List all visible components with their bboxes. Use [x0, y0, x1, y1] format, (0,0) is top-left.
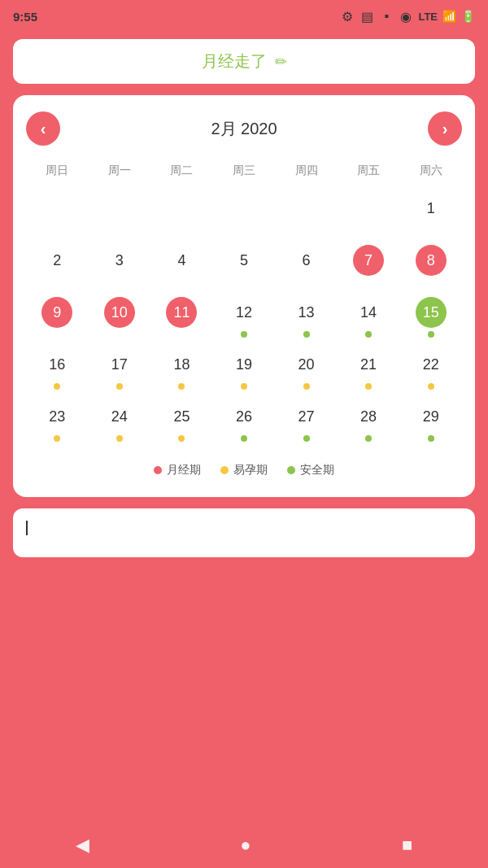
day-cell-17[interactable]: 17	[89, 344, 151, 395]
day-number-9: 9	[41, 297, 72, 328]
day-cell-22[interactable]: 22	[399, 344, 462, 395]
empty-cell-4	[275, 188, 338, 238]
day-dot-14	[365, 331, 372, 338]
day-cell-27[interactable]: 27	[275, 396, 338, 447]
home-button[interactable]: ●	[240, 835, 251, 856]
day-cell-20[interactable]: 20	[275, 344, 338, 395]
day-dot-12	[241, 331, 247, 338]
title-bar: 月经走了 ✏	[13, 39, 475, 84]
status-bar: 9:55 ⚙ ▤ ▪ ◉ LTE 📶 🔋	[0, 0, 488, 33]
weekday-thu: 周四	[275, 160, 338, 181]
day-dot-28	[365, 435, 372, 442]
time-display: 9:55	[13, 10, 37, 24]
day-dot-24	[116, 435, 123, 442]
status-icons: ⚙ ▤ ▪ ◉ LTE 📶 🔋	[340, 9, 475, 24]
day-cell-26[interactable]: 26	[213, 396, 276, 447]
day-number-18: 18	[166, 349, 197, 380]
day-cell-14[interactable]: 14	[338, 292, 400, 342]
day-number-19: 19	[229, 349, 259, 380]
notes-area[interactable]	[13, 508, 475, 557]
day-cell-3[interactable]: 3	[89, 240, 151, 290]
day-cell-21[interactable]: 21	[338, 344, 400, 395]
legend-safe: 安全期	[287, 463, 334, 478]
day-cell-19[interactable]: 19	[213, 344, 276, 395]
day-cell-23[interactable]: 23	[26, 396, 89, 447]
day-dot-16	[54, 383, 60, 390]
day-dot-19	[241, 383, 247, 390]
day-cell-11[interactable]: 11	[150, 292, 213, 342]
edit-icon[interactable]: ✏	[275, 53, 287, 71]
day-number-28: 28	[353, 401, 384, 432]
day-cell-6[interactable]: 6	[275, 240, 338, 290]
weekday-sat: 周六	[399, 160, 462, 181]
empty-cell-2	[150, 188, 213, 238]
day-number-29: 29	[416, 401, 447, 432]
day-number-1: 1	[416, 193, 447, 224]
recent-apps-button[interactable]: ■	[402, 835, 412, 856]
sim-icon: ▤	[359, 9, 374, 24]
day-number-13: 13	[291, 297, 322, 328]
prev-month-button[interactable]: ‹	[26, 111, 60, 146]
network-label: LTE	[418, 11, 438, 23]
legend-safe-label: 安全期	[300, 463, 334, 478]
day-cell-8[interactable]: 8	[399, 240, 462, 290]
day-number-21: 21	[353, 349, 384, 380]
day-number-15: 15	[416, 297, 447, 328]
weekday-mon: 周一	[89, 160, 151, 181]
day-number-20: 20	[291, 349, 322, 380]
day-cell-28[interactable]: 28	[338, 396, 400, 447]
day-cell-16[interactable]: 16	[26, 344, 89, 395]
legend-fertile-label: 易孕期	[233, 463, 268, 478]
day-number-2: 2	[41, 245, 72, 276]
weekday-wed: 周三	[213, 160, 276, 181]
day-number-22: 22	[416, 349, 447, 380]
weekday-tue: 周二	[150, 160, 213, 181]
day-cell-9[interactable]: 9	[26, 292, 89, 342]
day-cell-24[interactable]: 24	[89, 396, 151, 447]
weekday-fri: 周五	[338, 160, 400, 181]
day-number-17: 17	[104, 349, 135, 380]
settings-icon: ⚙	[340, 9, 355, 24]
day-number-4: 4	[166, 245, 197, 276]
month-title: 2月 2020	[211, 118, 277, 140]
legend: 月经期 易孕期 安全期	[26, 463, 462, 478]
day-cell-4[interactable]: 4	[150, 240, 213, 290]
empty-cell-0	[26, 188, 89, 238]
calendar-grid: 1234567891011121314151617181920212223242…	[26, 188, 462, 447]
day-cell-10[interactable]: 10	[89, 292, 151, 342]
battery-icon: 🔋	[461, 10, 475, 23]
day-cell-25[interactable]: 25	[150, 396, 213, 447]
empty-cell-3	[213, 188, 276, 238]
day-cell-18[interactable]: 18	[150, 344, 213, 395]
day-cell-5[interactable]: 5	[213, 240, 276, 290]
back-button[interactable]: ◀	[76, 835, 89, 856]
day-number-16: 16	[41, 349, 72, 380]
day-dot-20	[303, 383, 310, 390]
day-number-27: 27	[291, 401, 322, 432]
day-number-23: 23	[41, 401, 72, 432]
next-month-button[interactable]: ›	[428, 111, 462, 146]
weekday-sun: 周日	[26, 160, 89, 181]
day-cell-29[interactable]: 29	[399, 396, 462, 447]
legend-dot-safe	[287, 466, 295, 474]
day-number-8: 8	[416, 245, 447, 276]
day-number-24: 24	[104, 401, 135, 432]
bottom-nav: ◀ ● ■	[0, 822, 488, 868]
day-number-3: 3	[104, 245, 135, 276]
day-cell-1[interactable]: 1	[399, 188, 462, 238]
day-cell-2[interactable]: 2	[26, 240, 89, 290]
signal-icon: 📶	[442, 10, 456, 23]
day-cell-12[interactable]: 12	[213, 292, 276, 342]
day-cell-13[interactable]: 13	[275, 292, 338, 342]
day-number-11: 11	[166, 297, 197, 328]
day-dot-13	[303, 331, 310, 338]
day-cell-15[interactable]: 15	[399, 292, 462, 342]
day-dot-18	[178, 383, 185, 390]
empty-cell-5	[338, 188, 400, 238]
empty-cell-1	[89, 188, 151, 238]
day-cell-7[interactable]: 7	[338, 240, 400, 290]
day-dot-23	[54, 435, 60, 442]
day-dot-22	[428, 383, 434, 390]
app-title: 月经走了	[202, 50, 267, 72]
text-cursor	[26, 521, 28, 535]
